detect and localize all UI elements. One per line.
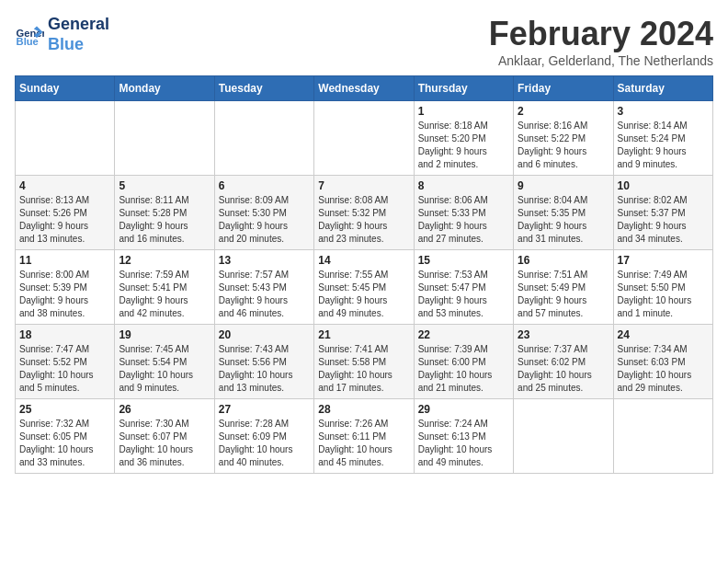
calendar-cell: 7Sunrise: 8:08 AM Sunset: 5:32 PM Daylig… xyxy=(314,176,414,250)
day-info: Sunrise: 7:37 AM Sunset: 6:02 PM Dayligh… xyxy=(518,343,609,395)
day-info: Sunrise: 7:59 AM Sunset: 5:41 PM Dayligh… xyxy=(119,269,210,320)
day-number: 21 xyxy=(318,328,409,341)
day-number: 3 xyxy=(618,105,709,118)
day-number: 25 xyxy=(19,403,110,416)
day-info: Sunrise: 7:49 AM Sunset: 5:50 PM Dayligh… xyxy=(618,269,709,320)
weekday-header-friday: Friday xyxy=(514,76,613,101)
calendar-cell xyxy=(16,101,115,176)
day-number: 15 xyxy=(418,254,509,267)
day-number: 2 xyxy=(518,105,609,118)
day-number: 5 xyxy=(119,179,210,192)
day-number: 1 xyxy=(418,105,509,118)
calendar-table: SundayMondayTuesdayWednesdayThursdayFrid… xyxy=(15,75,713,474)
day-info: Sunrise: 8:06 AM Sunset: 5:33 PM Dayligh… xyxy=(418,194,509,246)
calendar-cell: 20Sunrise: 7:43 AM Sunset: 5:56 PM Dayli… xyxy=(214,325,313,399)
calendar-cell: 24Sunrise: 7:34 AM Sunset: 6:03 PM Dayli… xyxy=(613,325,712,399)
day-number: 8 xyxy=(418,179,509,192)
calendar-cell xyxy=(314,101,414,176)
day-info: Sunrise: 8:18 AM Sunset: 5:20 PM Dayligh… xyxy=(418,120,509,171)
day-info: Sunrise: 7:53 AM Sunset: 5:47 PM Dayligh… xyxy=(418,269,509,320)
day-number: 10 xyxy=(618,179,709,192)
day-info: Sunrise: 8:08 AM Sunset: 5:32 PM Dayligh… xyxy=(318,194,409,246)
weekday-header-sunday: Sunday xyxy=(16,76,115,101)
day-info: Sunrise: 7:43 AM Sunset: 5:56 PM Dayligh… xyxy=(219,343,310,395)
calendar-cell: 1Sunrise: 8:18 AM Sunset: 5:20 PM Daylig… xyxy=(414,101,513,176)
calendar-cell xyxy=(115,101,214,176)
calendar-subtitle: Anklaar, Gelderland, The Netherlands xyxy=(489,53,713,68)
day-info: Sunrise: 7:45 AM Sunset: 5:54 PM Dayligh… xyxy=(119,343,210,395)
day-info: Sunrise: 8:02 AM Sunset: 5:37 PM Dayligh… xyxy=(618,194,709,246)
calendar-cell: 12Sunrise: 7:59 AM Sunset: 5:41 PM Dayli… xyxy=(115,250,214,325)
calendar-cell: 15Sunrise: 7:53 AM Sunset: 5:47 PM Dayli… xyxy=(414,250,513,325)
calendar-cell: 21Sunrise: 7:41 AM Sunset: 5:58 PM Dayli… xyxy=(314,325,414,399)
day-number: 26 xyxy=(119,403,210,416)
day-info: Sunrise: 8:11 AM Sunset: 5:28 PM Dayligh… xyxy=(119,194,210,246)
day-info: Sunrise: 7:34 AM Sunset: 6:03 PM Dayligh… xyxy=(618,343,709,395)
weekday-header-tuesday: Tuesday xyxy=(214,76,313,101)
weekday-header-saturday: Saturday xyxy=(613,76,712,101)
day-number: 4 xyxy=(19,179,110,192)
calendar-cell: 28Sunrise: 7:26 AM Sunset: 6:11 PM Dayli… xyxy=(314,399,414,474)
calendar-title: February 2024 xyxy=(489,15,713,53)
page-header: General Blue General Blue February 2024 … xyxy=(15,15,713,68)
calendar-cell: 26Sunrise: 7:30 AM Sunset: 6:07 PM Dayli… xyxy=(115,399,214,474)
calendar-cell xyxy=(613,399,712,474)
week-row-4: 18Sunrise: 7:47 AM Sunset: 5:52 PM Dayli… xyxy=(16,325,713,399)
day-number: 16 xyxy=(518,254,609,267)
calendar-cell: 13Sunrise: 7:57 AM Sunset: 5:43 PM Dayli… xyxy=(214,250,313,325)
week-row-1: 1Sunrise: 8:18 AM Sunset: 5:20 PM Daylig… xyxy=(16,101,713,176)
day-info: Sunrise: 7:51 AM Sunset: 5:49 PM Dayligh… xyxy=(518,269,609,320)
day-info: Sunrise: 8:09 AM Sunset: 5:30 PM Dayligh… xyxy=(219,194,310,246)
calendar-cell xyxy=(214,101,313,176)
calendar-cell: 25Sunrise: 7:32 AM Sunset: 6:05 PM Dayli… xyxy=(16,399,115,474)
logo-text-blue: Blue xyxy=(48,35,109,55)
calendar-cell: 9Sunrise: 8:04 AM Sunset: 5:35 PM Daylig… xyxy=(514,176,613,250)
day-number: 14 xyxy=(318,254,409,267)
day-info: Sunrise: 7:41 AM Sunset: 5:58 PM Dayligh… xyxy=(318,343,409,395)
day-number: 7 xyxy=(318,179,409,192)
day-number: 28 xyxy=(318,403,409,416)
calendar-cell: 11Sunrise: 8:00 AM Sunset: 5:39 PM Dayli… xyxy=(16,250,115,325)
day-number: 22 xyxy=(418,328,509,341)
calendar-cell: 8Sunrise: 8:06 AM Sunset: 5:33 PM Daylig… xyxy=(414,176,513,250)
day-info: Sunrise: 7:26 AM Sunset: 6:11 PM Dayligh… xyxy=(318,418,409,469)
day-info: Sunrise: 8:16 AM Sunset: 5:22 PM Dayligh… xyxy=(518,120,609,171)
calendar-cell: 5Sunrise: 8:11 AM Sunset: 5:28 PM Daylig… xyxy=(115,176,214,250)
day-number: 12 xyxy=(119,254,210,267)
calendar-cell: 2Sunrise: 8:16 AM Sunset: 5:22 PM Daylig… xyxy=(514,101,613,176)
day-info: Sunrise: 7:55 AM Sunset: 5:45 PM Dayligh… xyxy=(318,269,409,320)
weekday-header-thursday: Thursday xyxy=(414,76,513,101)
day-number: 6 xyxy=(219,179,310,192)
day-number: 29 xyxy=(418,403,509,416)
logo-text-general: General xyxy=(48,15,109,35)
day-info: Sunrise: 8:14 AM Sunset: 5:24 PM Dayligh… xyxy=(618,120,709,171)
calendar-cell: 10Sunrise: 8:02 AM Sunset: 5:37 PM Dayli… xyxy=(613,176,712,250)
weekday-header-monday: Monday xyxy=(115,76,214,101)
weekday-header-row: SundayMondayTuesdayWednesdayThursdayFrid… xyxy=(16,76,713,101)
day-info: Sunrise: 7:39 AM Sunset: 6:00 PM Dayligh… xyxy=(418,343,509,395)
day-number: 11 xyxy=(19,254,110,267)
week-row-2: 4Sunrise: 8:13 AM Sunset: 5:26 PM Daylig… xyxy=(16,176,713,250)
calendar-cell: 16Sunrise: 7:51 AM Sunset: 5:49 PM Dayli… xyxy=(514,250,613,325)
day-number: 20 xyxy=(219,328,310,341)
day-number: 9 xyxy=(518,179,609,192)
calendar-cell: 29Sunrise: 7:24 AM Sunset: 6:13 PM Dayli… xyxy=(414,399,513,474)
day-info: Sunrise: 7:57 AM Sunset: 5:43 PM Dayligh… xyxy=(219,269,310,320)
calendar-cell: 18Sunrise: 7:47 AM Sunset: 5:52 PM Dayli… xyxy=(16,325,115,399)
calendar-cell: 17Sunrise: 7:49 AM Sunset: 5:50 PM Dayli… xyxy=(613,250,712,325)
calendar-cell: 19Sunrise: 7:45 AM Sunset: 5:54 PM Dayli… xyxy=(115,325,214,399)
calendar-cell: 4Sunrise: 8:13 AM Sunset: 5:26 PM Daylig… xyxy=(16,176,115,250)
day-number: 23 xyxy=(518,328,609,341)
day-number: 13 xyxy=(219,254,310,267)
day-number: 19 xyxy=(119,328,210,341)
title-area: February 2024 Anklaar, Gelderland, The N… xyxy=(489,15,713,68)
logo: General Blue General Blue xyxy=(15,15,109,54)
day-info: Sunrise: 7:30 AM Sunset: 6:07 PM Dayligh… xyxy=(119,418,210,469)
week-row-3: 11Sunrise: 8:00 AM Sunset: 5:39 PM Dayli… xyxy=(16,250,713,325)
day-info: Sunrise: 8:04 AM Sunset: 5:35 PM Dayligh… xyxy=(518,194,609,246)
day-number: 18 xyxy=(19,328,110,341)
day-info: Sunrise: 7:32 AM Sunset: 6:05 PM Dayligh… xyxy=(19,418,110,469)
day-info: Sunrise: 7:47 AM Sunset: 5:52 PM Dayligh… xyxy=(19,343,110,395)
calendar-cell: 14Sunrise: 7:55 AM Sunset: 5:45 PM Dayli… xyxy=(314,250,414,325)
day-number: 17 xyxy=(618,254,709,267)
